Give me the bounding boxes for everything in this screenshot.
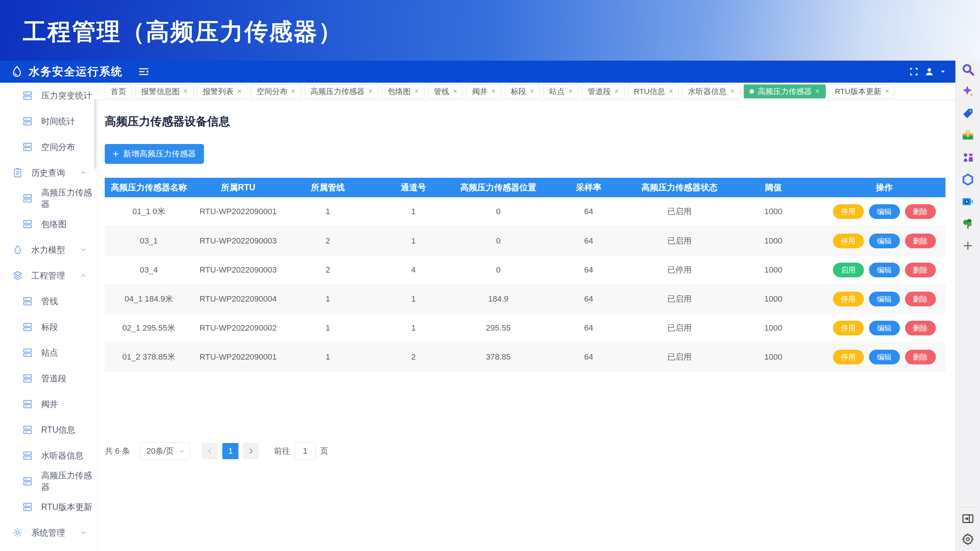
sidebar-item-12[interactable]: 阀井	[0, 391, 98, 417]
close-tab-icon[interactable]: ×	[815, 87, 820, 95]
actions-cell: 启用编辑删除	[823, 255, 945, 284]
primary-action-button[interactable]: 编辑	[869, 321, 900, 335]
close-tab-icon[interactable]: ×	[568, 87, 573, 95]
danger-action-button[interactable]: 删除	[905, 350, 936, 364]
column-header-4: 高频压力传感器位置	[455, 178, 542, 197]
sidebar-item-16[interactable]: RTU版本更新	[0, 494, 98, 520]
tab-14[interactable]: RTU版本更新×	[829, 84, 895, 98]
sidebar-item-1[interactable]: 时间统计	[0, 108, 98, 134]
sidebar-item-3[interactable]: 历史查询	[0, 160, 98, 186]
user-icon[interactable]	[924, 66, 935, 77]
close-tab-icon[interactable]: ×	[237, 87, 242, 95]
tab-5[interactable]: 包络图×	[382, 84, 425, 98]
tab-2[interactable]: 报警列表×	[197, 84, 248, 98]
page-number-button[interactable]: 1	[222, 443, 239, 459]
add-extension-icon[interactable]	[961, 239, 975, 253]
goto-page-input[interactable]	[294, 442, 316, 460]
table-row: 02_1 295.55米RTU-WP202209000211295.5564已启…	[105, 313, 945, 342]
tab-0[interactable]: 首页	[105, 84, 132, 98]
danger-action-button[interactable]: 删除	[905, 292, 936, 306]
page-size-select[interactable]: 20条/页	[140, 442, 190, 460]
primary-action-button[interactable]: 编辑	[869, 350, 900, 364]
sidebar-item-9[interactable]: 标段	[0, 314, 98, 340]
sidebar-item-0[interactable]: 压力突变统计	[0, 83, 98, 108]
warning-action-button[interactable]: 停用	[833, 321, 864, 335]
caret-down-icon[interactable]	[939, 68, 947, 75]
sparkle-icon[interactable]	[961, 84, 975, 98]
toolbox-icon[interactable]	[961, 129, 975, 143]
sidebar-item-5[interactable]: 包络图	[0, 211, 98, 237]
primary-action-button[interactable]: 编辑	[869, 263, 900, 277]
warning-action-button[interactable]: 停用	[833, 233, 864, 248]
close-tab-icon[interactable]: ×	[885, 87, 889, 95]
sidebar-item-11[interactable]: 管道段	[0, 365, 98, 391]
menu-collapse-icon[interactable]	[137, 65, 150, 78]
tab-9[interactable]: 站点×	[544, 84, 579, 98]
camera-icon[interactable]	[961, 195, 975, 209]
warning-action-button[interactable]: 停用	[833, 204, 864, 219]
settings-icon[interactable]	[961, 532, 975, 546]
strip-divider	[961, 507, 975, 507]
sidebar-item-7[interactable]: 工程管理	[0, 263, 98, 288]
tab-3[interactable]: 空间分布×	[251, 84, 301, 98]
close-tab-icon[interactable]: ×	[491, 87, 496, 95]
tab-label: 站点	[549, 86, 565, 97]
tag-icon[interactable]	[961, 106, 975, 121]
sidebar-item-14[interactable]: 水听器信息	[0, 443, 98, 468]
primary-action-button[interactable]: 编辑	[869, 204, 900, 219]
fullscreen-icon[interactable]	[908, 66, 920, 77]
danger-action-button[interactable]: 删除	[905, 263, 936, 277]
hexagon-icon[interactable]	[961, 173, 975, 187]
cell: 已启用	[635, 342, 724, 372]
prev-page-button[interactable]	[202, 443, 218, 459]
close-tab-icon[interactable]: ×	[415, 87, 419, 95]
search-icon[interactable]	[961, 62, 975, 76]
tab-7[interactable]: 阀井×	[466, 84, 501, 98]
close-tab-icon[interactable]: ×	[291, 87, 296, 95]
close-tab-icon[interactable]: ×	[530, 87, 534, 95]
danger-action-button[interactable]: 删除	[905, 204, 936, 219]
sidebar-item-15[interactable]: 高频压力传感器	[0, 468, 98, 494]
sidebar-item-10[interactable]: 站点	[0, 340, 98, 365]
close-tab-icon[interactable]: ×	[183, 87, 188, 95]
close-tab-icon[interactable]: ×	[730, 87, 735, 95]
warning-action-button[interactable]: 停用	[833, 292, 864, 306]
sidebar-item-6[interactable]: 水力模型	[0, 237, 98, 263]
server-icon	[22, 347, 33, 358]
tab-11[interactable]: RTU信息×	[628, 84, 679, 98]
chess-icon[interactable]	[961, 151, 975, 165]
danger-action-button[interactable]: 删除	[905, 233, 936, 248]
tab-10[interactable]: 管道段×	[582, 84, 625, 98]
sidebar-item-4[interactable]: 高频压力传感器	[0, 186, 98, 211]
tab-1[interactable]: 报警信息图×	[135, 84, 194, 98]
primary-action-button[interactable]: 编辑	[869, 292, 900, 306]
close-tab-icon[interactable]: ×	[614, 87, 619, 95]
collapse-panel-icon[interactable]	[961, 512, 975, 526]
sidebar-item-2[interactable]: 空间分布	[0, 134, 98, 160]
warning-action-button[interactable]: 停用	[833, 350, 864, 364]
tab-6[interactable]: 管线×	[428, 84, 463, 98]
sidebar-item-8[interactable]: 管线	[0, 288, 98, 314]
actions-cell: 停用编辑删除	[823, 197, 945, 226]
tab-8[interactable]: 标段×	[505, 84, 540, 98]
primary-action-button[interactable]: 编辑	[869, 233, 900, 248]
cell: 1	[283, 284, 372, 313]
sidebar-scrollbar[interactable]	[94, 99, 97, 169]
tab-4[interactable]: 高频压力传感器×	[305, 84, 379, 98]
close-tab-icon[interactable]: ×	[669, 87, 673, 95]
tab-13[interactable]: 高频压力传感器×	[744, 84, 826, 98]
sidebar-item-17[interactable]: 系统管理	[0, 520, 98, 546]
add-sensor-button[interactable]: + 新增高频压力传感器	[105, 144, 204, 164]
tree-icon[interactable]	[961, 217, 975, 231]
sidebar-item-13[interactable]: RTU信息	[0, 417, 98, 443]
sidebar: 压力突变统计时间统计空间分布历史查询高频压力传感器包络图水力模型工程管理管线标段…	[0, 83, 98, 551]
danger-action-button[interactable]: 删除	[905, 321, 936, 335]
chevron-down-icon	[178, 447, 186, 455]
close-tab-icon[interactable]: ×	[368, 87, 372, 95]
tab-label: 报警信息图	[141, 86, 180, 97]
close-tab-icon[interactable]: ×	[453, 87, 457, 95]
success-action-button[interactable]: 启用	[833, 263, 864, 277]
cell: 1	[372, 313, 455, 342]
next-page-button[interactable]	[243, 443, 259, 459]
tab-12[interactable]: 水听器信息×	[682, 84, 740, 98]
